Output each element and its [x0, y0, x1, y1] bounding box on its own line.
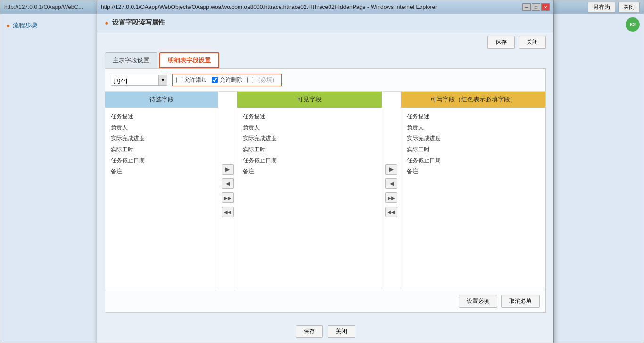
- col-writable-content: 任务描述 负责人 实际完成进度 实际工时 任务截止日期 备注: [401, 108, 546, 290]
- list-item[interactable]: 负责人: [405, 122, 542, 133]
- move-left-all-button[interactable]: ◀◀: [222, 207, 234, 217]
- bg-left-content: ● 流程步骤: [0, 14, 99, 343]
- col-visible: 可见字段 任务描述 负责人 实际完成进度 实际工时 任务截止日期 备注: [237, 92, 382, 290]
- bg-left-url: http://127.0.0.1/OAapp/WebC...: [4, 4, 83, 10]
- columns-area: 待选字段 任务描述 负责人 实际完成进度 实际工时 任务截止日期 备注 ▶ ◀ …: [105, 92, 545, 290]
- col-pending: 待选字段 任务描述 负责人 实际完成进度 实际工时 任务截止日期 备注: [105, 92, 218, 290]
- main-window: http://127.0.0.1/OAapp/WebObjects/OAapp.…: [97, 0, 554, 343]
- background-window-right: 另存为 关闭 62: [550, 0, 644, 343]
- bg-left-titlebar: http://127.0.0.1/OAapp/WebC...: [0, 0, 99, 14]
- required-text: （必填）: [255, 76, 278, 84]
- bottom-action-bar: 设置必填 取消必填: [105, 290, 545, 312]
- required-label[interactable]: （必填）: [247, 76, 278, 84]
- list-item[interactable]: 任务截止日期: [109, 155, 214, 166]
- list-item[interactable]: 实际完成进度: [241, 133, 378, 144]
- cancel-required-button[interactable]: 取消必填: [501, 295, 540, 308]
- allow-delete-checkbox[interactable]: [212, 77, 218, 83]
- set-required-button[interactable]: 设置必填: [459, 295, 497, 308]
- list-item[interactable]: 备注: [241, 166, 378, 177]
- green-circle-badge: 62: [626, 17, 640, 32]
- checkboxes-box: 允许添加 允许删除 （必填）: [172, 74, 282, 86]
- orange-dot-icon: ●: [6, 22, 10, 29]
- move-left-one-button[interactable]: ◀: [222, 178, 234, 189]
- main-panel: ▼ 允许添加 允许删除 （必填）: [105, 68, 546, 313]
- allow-add-label[interactable]: 允许添加: [176, 76, 207, 84]
- col-visible-header: 可见字段: [237, 92, 382, 108]
- sidebar-item-label: 流程步骤: [13, 21, 37, 30]
- tab-area: 主表字段设置 明细表字段设置: [97, 52, 553, 68]
- header-arrow-icon: ●: [105, 19, 108, 26]
- list-item[interactable]: 负责人: [241, 122, 378, 133]
- dropdown-arrow-icon[interactable]: ▼: [158, 75, 167, 85]
- sidebar-item-process[interactable]: ● 流程步骤: [6, 19, 93, 32]
- top-save-button[interactable]: 保存: [487, 36, 515, 49]
- main-content: ● 设置字段读写属性 保存 关闭 主表字段设置 明细表字段设置 ▼: [97, 14, 553, 343]
- window-controls: ─ □ ✕: [522, 3, 550, 11]
- page-bottom-bar: 保存 关闭: [97, 320, 553, 343]
- tab-main-fields[interactable]: 主表字段设置: [105, 52, 157, 68]
- list-item[interactable]: 实际工时: [241, 144, 378, 155]
- bg-right-content: 62: [550, 14, 644, 343]
- list-item[interactable]: 任务截止日期: [241, 155, 378, 166]
- list-item[interactable]: 实际工时: [405, 144, 542, 155]
- page-header: ● 设置字段读写属性: [97, 14, 553, 32]
- controls-row: ▼ 允许添加 允许删除 （必填）: [105, 69, 545, 92]
- restore-button[interactable]: □: [532, 3, 540, 11]
- list-item[interactable]: 实际完成进度: [405, 133, 542, 144]
- col-visible-content: 任务描述 负责人 实际完成进度 实际工时 任务截止日期 备注: [237, 108, 382, 290]
- top-action-bar: 保存 关闭: [97, 32, 553, 52]
- main-titlebar: http://127.0.0.1/OAapp/WebObjects/OAapp.…: [97, 0, 553, 14]
- dropdown-container[interactable]: ▼: [111, 75, 167, 86]
- top-close-button[interactable]: 关闭: [519, 36, 546, 49]
- move-left-one-button-2[interactable]: ◀: [385, 178, 397, 189]
- move-right-all-button[interactable]: ▶▶: [222, 192, 234, 203]
- col-arrows-1: ▶ ◀ ▶▶ ◀◀: [218, 92, 237, 290]
- close-button-right[interactable]: 关闭: [618, 2, 640, 13]
- main-window-title: http://127.0.0.1/OAapp/WebObjects/OAapp.…: [101, 4, 522, 10]
- list-item[interactable]: 实际工时: [109, 144, 214, 155]
- move-right-one-button[interactable]: ▶: [222, 164, 234, 175]
- close-window-button[interactable]: ✕: [541, 3, 550, 11]
- col-writable-header: 可写字段（红色表示必填字段）: [401, 92, 546, 108]
- col-arrows-2: ▶ ◀ ▶▶ ◀◀: [382, 92, 401, 290]
- move-right-one-button-2[interactable]: ▶: [385, 164, 397, 175]
- minimize-button[interactable]: ─: [522, 3, 531, 11]
- list-item[interactable]: 任务描述: [241, 111, 378, 122]
- bottom-close-button[interactable]: 关闭: [328, 325, 355, 338]
- col-pending-header: 待选字段: [105, 92, 218, 108]
- list-item[interactable]: 备注: [405, 166, 542, 177]
- list-item[interactable]: 任务描述: [405, 111, 542, 122]
- allow-delete-label[interactable]: 允许删除: [212, 76, 242, 84]
- bg-right-topbar: 另存为 关闭: [550, 0, 644, 14]
- bottom-save-button[interactable]: 保存: [296, 325, 323, 338]
- list-item[interactable]: 任务描述: [109, 111, 214, 122]
- move-left-all-button-2[interactable]: ◀◀: [385, 207, 397, 217]
- list-item[interactable]: 任务截止日期: [405, 155, 542, 166]
- required-checkbox[interactable]: [247, 77, 253, 83]
- allow-add-text: 允许添加: [184, 76, 207, 84]
- background-window-left: http://127.0.0.1/OAapp/WebC... ● 流程步骤: [0, 0, 99, 343]
- page-title: 设置字段读写属性: [112, 18, 165, 27]
- move-right-all-button-2[interactable]: ▶▶: [385, 192, 397, 203]
- dropdown-input[interactable]: [111, 75, 158, 85]
- allow-delete-text: 允许删除: [220, 76, 242, 84]
- allow-add-checkbox[interactable]: [176, 77, 182, 83]
- col-pending-content: 任务描述 负责人 实际完成进度 实际工时 任务截止日期 备注: [105, 108, 218, 290]
- list-item[interactable]: 实际完成进度: [109, 133, 214, 144]
- list-item[interactable]: 备注: [109, 166, 214, 177]
- save-as-button[interactable]: 另存为: [588, 2, 615, 13]
- tab-detail-fields[interactable]: 明细表字段设置: [159, 52, 219, 68]
- list-item[interactable]: 负责人: [109, 122, 214, 133]
- col-writable: 可写字段（红色表示必填字段） 任务描述 负责人 实际完成进度 实际工时 任务截止…: [401, 92, 546, 290]
